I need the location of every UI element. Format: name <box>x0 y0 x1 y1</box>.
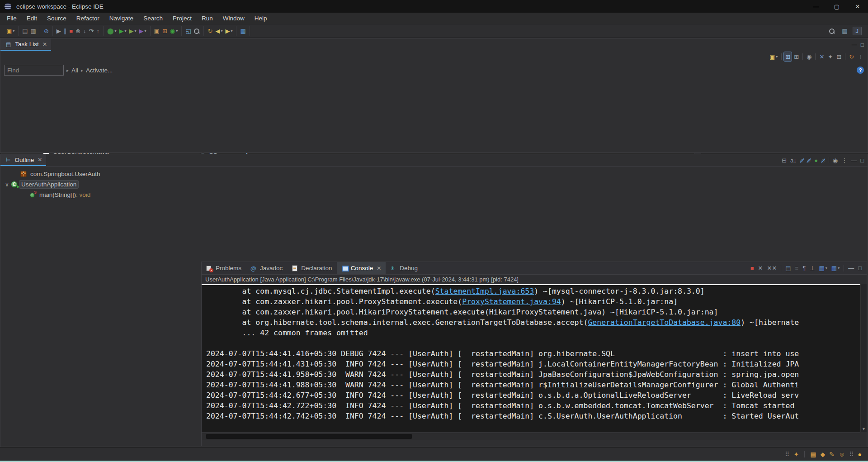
scroll-lock-button[interactable]: ≡ <box>794 264 800 273</box>
dropdown-arrow-icon[interactable]: ▾ <box>838 266 840 270</box>
graduation-cap-icon[interactable]: ◆ <box>820 451 825 458</box>
maximize-button[interactable]: □ <box>857 264 863 273</box>
activate-link[interactable]: Activate... <box>86 67 113 74</box>
java-perspective-button[interactable]: J <box>853 27 862 35</box>
run-button[interactable]: ▶▾ <box>118 27 128 36</box>
tab-outline[interactable]: ⊨ Outline ✕ <box>0 154 46 166</box>
dropdown-arrow-icon[interactable]: ▾ <box>776 55 778 59</box>
step-return-button[interactable]: ↑ <box>95 27 101 36</box>
menu-search[interactable]: Search <box>138 14 168 23</box>
terminate-button[interactable]: ■ <box>68 27 74 36</box>
dropdown-arrow-icon[interactable]: ▾ <box>145 29 146 33</box>
stack-trace-link[interactable]: StatementImpl.java:653 <box>435 287 534 295</box>
tab-javadoc[interactable]: Javadoc <box>246 262 287 274</box>
menu-source[interactable]: Source <box>42 14 71 23</box>
chevron-expanded-icon[interactable]: ∨ <box>3 181 11 188</box>
tab-debug[interactable]: Debug <box>386 262 422 274</box>
dropdown-arrow-icon[interactable]: ▾ <box>826 266 827 270</box>
menu-navigate[interactable]: Navigate <box>104 14 138 23</box>
lightbulb-icon[interactable]: ● <box>858 451 862 458</box>
find-input[interactable] <box>4 65 64 76</box>
back-button[interactable]: ◀▾ <box>214 27 224 36</box>
resume-button[interactable]: ▶ <box>55 27 62 36</box>
tab-problems[interactable]: Problems <box>202 262 246 274</box>
menu-refactor[interactable]: Refactor <box>71 14 104 23</box>
dropdown-arrow-icon[interactable]: ▾ <box>221 29 222 33</box>
minimize-button[interactable]: — <box>850 40 859 49</box>
close-icon[interactable]: ✕ <box>38 157 42 163</box>
categorized-view-button[interactable]: ⊞ <box>784 52 792 61</box>
maximize-button[interactable]: □ <box>859 156 865 165</box>
drag-handle-2-icon[interactable]: ⠿ <box>849 451 854 458</box>
clear-console-button[interactable]: ▤ <box>784 264 792 273</box>
hide-static-members-button[interactable]: ◌ <box>806 156 812 165</box>
outline-item[interactable]: com.Springboot.UserAuth <box>0 169 868 179</box>
maximize-button[interactable]: □ <box>859 40 865 49</box>
new-class-button[interactable]: ◉▾ <box>169 27 179 36</box>
collapse-all-button[interactable]: ⊟ <box>780 156 788 165</box>
step-into-button[interactable]: ↓ <box>82 27 88 36</box>
new-package-button[interactable]: ⊞ <box>161 27 169 36</box>
debug-button[interactable]: ⬤▾ <box>106 27 118 36</box>
hide-fields-button[interactable]: ◌ <box>799 156 805 165</box>
close-icon[interactable]: ✕ <box>42 41 47 48</box>
maximize-button[interactable]: ▢ <box>826 0 847 13</box>
menu-project[interactable]: Project <box>168 14 197 23</box>
scrollbar-thumb[interactable] <box>206 434 412 439</box>
last-edit-location-button[interactable]: ↻ <box>206 27 214 36</box>
book-icon[interactable]: ▤ <box>810 451 816 458</box>
dropdown-arrow-icon[interactable]: ▾ <box>125 29 127 33</box>
word-wrap-button[interactable]: ¶ <box>801 264 807 273</box>
view-menu-button[interactable]: ⋮ <box>840 156 849 165</box>
new-task-button[interactable]: ▣▾ <box>768 52 779 61</box>
close-icon[interactable]: ✕ <box>377 265 381 271</box>
dropdown-arrow-icon[interactable]: ▾ <box>135 29 137 33</box>
suspend-button[interactable]: ∥ <box>62 27 68 36</box>
hide-local-types-button[interactable]: ◌ <box>820 156 826 165</box>
menu-run[interactable]: Run <box>197 14 218 23</box>
scope-all-link[interactable]: All <box>71 67 78 74</box>
hide-non-public-button[interactable]: ● <box>813 156 819 165</box>
outline-item[interactable]: Smain(String[]) : void <box>0 190 868 200</box>
skip-all-breakpoints-button[interactable]: ⊘ <box>42 27 50 36</box>
dropdown-arrow-icon[interactable]: ▾ <box>231 29 232 33</box>
open-console-button[interactable]: ▦▾ <box>830 264 841 273</box>
dropdown-arrow-icon[interactable]: ▾ <box>176 29 178 33</box>
collapse-all-button[interactable]: ⊟ <box>835 52 843 61</box>
synchronize-button[interactable]: ↻ <box>848 52 855 61</box>
stack-trace-link[interactable]: GenerationTargetToDatabase.java:80 <box>588 318 741 327</box>
coverage-button[interactable]: ▶▾ <box>128 27 138 36</box>
tab-console[interactable]: Console✕ <box>337 262 386 274</box>
minimize-button[interactable]: — <box>847 264 855 273</box>
open-perspective-button[interactable]: ▦ <box>839 27 850 35</box>
disconnect-button[interactable]: ⊗ <box>74 27 82 36</box>
dropdown-arrow-icon[interactable]: ▾ <box>115 29 117 33</box>
pin-console-button[interactable]: ⊥ <box>808 264 816 273</box>
focus-on-workweek-button[interactable]: ✦ <box>826 52 834 61</box>
remove-launch-button[interactable]: ✕ <box>757 264 764 273</box>
save-button[interactable]: ▤ <box>21 27 29 36</box>
open-type-button[interactable]: ◱ <box>184 27 192 36</box>
menu-help[interactable]: Help <box>250 14 272 23</box>
menu-window[interactable]: Window <box>218 14 250 23</box>
tab-task-list[interactable]: ▤ Task List ✕ <box>0 38 51 51</box>
dropdown-arrow-icon[interactable]: ▾ <box>13 29 14 33</box>
console-vertical-scrollbar[interactable]: ▼ <box>860 284 867 432</box>
forward-button[interactable]: ▶▾ <box>224 27 234 36</box>
terminate-button[interactable]: ■ <box>749 264 755 273</box>
step-over-button[interactable]: ↷ <box>88 27 95 36</box>
smiley-icon[interactable]: ☺ <box>839 451 845 458</box>
drag-handle-icon[interactable]: ⠿ <box>785 451 789 458</box>
task-presentation-button[interactable]: ◉ <box>805 52 813 61</box>
console-horizontal-scrollbar[interactable] <box>202 433 860 440</box>
help-icon[interactable]: ? <box>857 67 864 74</box>
profile-button[interactable]: ▶▾ <box>138 27 148 36</box>
minimize-button[interactable]: — <box>806 0 826 13</box>
new-java-project-button[interactable]: ▣ <box>153 27 161 36</box>
menu-edit[interactable]: Edit <box>22 14 42 23</box>
close-button[interactable]: ✕ <box>847 0 868 13</box>
new-wizard-button[interactable]: ▣▾ <box>5 27 16 36</box>
minimize-button[interactable]: — <box>849 156 858 165</box>
display-selected-console-button[interactable]: ▦▾ <box>818 264 829 273</box>
hide-completed-button[interactable]: ✕ <box>818 52 826 61</box>
